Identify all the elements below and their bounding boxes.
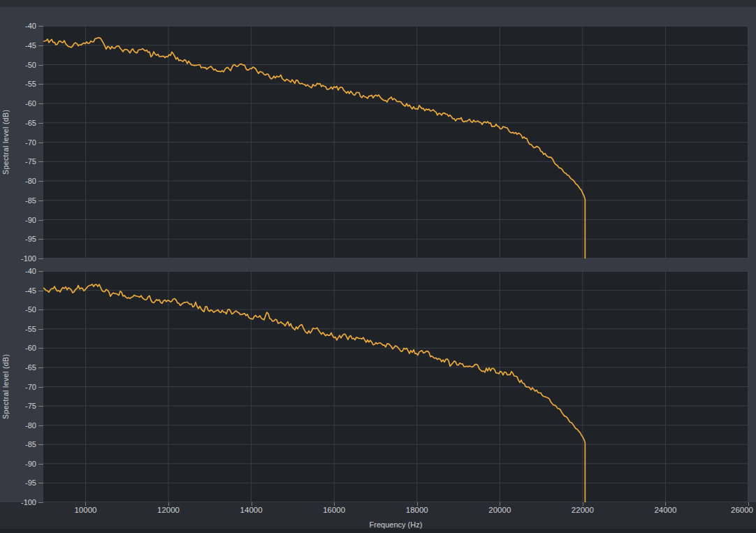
y-tick-mark [38, 45, 43, 46]
x-tick-label: 20000 [477, 505, 522, 515]
x-tick-label: 10000 [63, 505, 108, 515]
y-tick-mark [38, 239, 43, 240]
y-tick-label: -85 [0, 439, 36, 449]
y-tick-mark [38, 329, 43, 330]
y-tick-label: -100 [0, 254, 36, 263]
x-tick-label: 22000 [560, 505, 605, 515]
y-tick-label: -90 [0, 215, 36, 225]
y-tick-label: -85 [0, 196, 36, 205]
y-tick-label: -45 [0, 41, 36, 50]
x-tick-label: 24000 [643, 505, 688, 515]
y-tick-label: -50 [0, 305, 36, 314]
y-tick-mark [38, 483, 43, 483]
y-tick-mark [38, 502, 43, 503]
spectrum-trace-channel-1 [43, 38, 585, 258]
y-tick-label: -45 [0, 286, 36, 295]
y-tick-label: -60 [0, 343, 36, 353]
x-tick-label: 14000 [229, 505, 274, 515]
window-top-edge [0, 0, 756, 7]
y-tick-mark [38, 464, 43, 465]
y-tick-mark [38, 65, 43, 66]
y-tick-label: -90 [0, 459, 36, 469]
y-tick-mark [38, 200, 43, 201]
window-bottom-edge [0, 529, 756, 533]
y-tick-label: -55 [0, 79, 36, 89]
y-tick-mark [38, 26, 43, 27]
y-tick-label: -75 [0, 156, 36, 166]
y-tick-mark [38, 387, 43, 388]
y-tick-label: -40 [0, 266, 36, 276]
x-tick-label: 16000 [312, 505, 356, 515]
y-tick-label: -75 [0, 401, 36, 411]
x-tick-label: 18000 [395, 505, 439, 515]
x-tick-label: 26000 [720, 505, 756, 515]
y-tick-label: -65 [0, 118, 36, 128]
y-tick-label: -50 [0, 60, 36, 70]
spectrum-canvas [43, 26, 748, 258]
y-tick-mark [38, 103, 43, 104]
y-tick-label: -70 [0, 382, 36, 392]
spectrum-canvas [43, 271, 748, 502]
y-tick-mark [38, 84, 43, 85]
spectrum-panel-bottom [43, 271, 748, 502]
y-tick-mark [38, 425, 43, 426]
y-tick-mark [38, 220, 43, 221]
y-tick-mark [38, 123, 43, 124]
x-axis-title: Frequency (Hz) [43, 520, 748, 529]
y-tick-label: -60 [0, 98, 36, 108]
spectrum-plot-window: Spectral level (dB) Spectral level (dB) … [0, 0, 756, 533]
y-tick-label: -55 [0, 324, 36, 334]
y-tick-mark [38, 406, 43, 407]
y-tick-mark [38, 271, 43, 272]
x-tick-label: 12000 [146, 505, 191, 515]
y-tick-mark [38, 309, 43, 310]
y-tick-label: -95 [0, 234, 36, 244]
y-tick-mark [38, 258, 43, 259]
y-tick-label: -70 [0, 138, 36, 147]
y-tick-label: -80 [0, 421, 36, 430]
y-tick-mark [38, 367, 43, 368]
y-tick-mark [38, 181, 43, 182]
y-tick-label: -80 [0, 176, 36, 186]
y-tick-label: -65 [0, 363, 36, 372]
y-tick-label: -40 [0, 21, 36, 31]
y-tick-mark [38, 444, 43, 445]
y-tick-mark [38, 348, 43, 349]
spectrum-panel-top [43, 26, 748, 258]
y-tick-mark [38, 143, 43, 143]
y-tick-label: -95 [0, 478, 36, 488]
y-tick-label: -100 [0, 497, 36, 507]
y-tick-mark [38, 291, 43, 291]
y-tick-mark [38, 161, 43, 162]
spectrum-trace-channel-2 [43, 284, 585, 502]
